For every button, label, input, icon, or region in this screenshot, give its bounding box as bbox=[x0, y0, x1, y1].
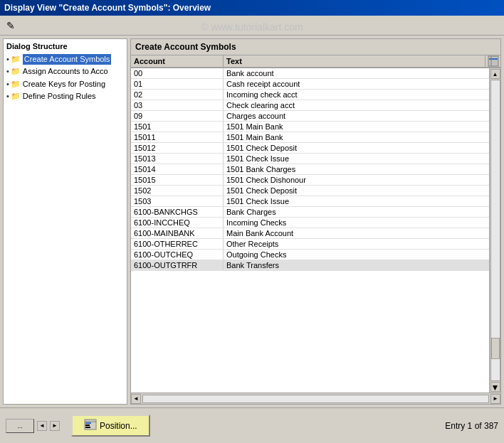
cell-text: 1501 Check Issue bbox=[224, 196, 489, 206]
folder-icon: 📁 bbox=[11, 66, 21, 77]
cell-account: 6100-OUTGTRFR bbox=[131, 260, 224, 270]
cell-account: 00 bbox=[131, 68, 224, 78]
cell-text: 1501 Check Issue bbox=[224, 154, 489, 164]
sidebar-item-create-keys[interactable]: • 📁 Create Keys for Posting bbox=[6, 78, 124, 90]
cell-text: 1501 Check Dishonour bbox=[224, 175, 489, 185]
h-scroll-track[interactable] bbox=[142, 395, 489, 403]
table-body-wrapper: 00Bank account01Cash receipt account02In… bbox=[131, 68, 500, 393]
cell-account: 6100-OTHERREC bbox=[131, 239, 224, 249]
entry-info: Entry 1 of 387 bbox=[445, 421, 498, 431]
svg-rect-6 bbox=[85, 425, 90, 426]
scroll-down-button[interactable]: ▼ bbox=[490, 382, 500, 392]
cell-account: 09 bbox=[131, 111, 224, 121]
cell-text: Incoming check acct bbox=[224, 90, 489, 100]
bullet-icon: • bbox=[6, 66, 9, 77]
cell-text: Charges account bbox=[224, 111, 489, 121]
cell-account: 02 bbox=[131, 90, 224, 100]
nav-right-button[interactable]: ► bbox=[50, 421, 60, 431]
nav-left-button[interactable]: ◄ bbox=[37, 421, 47, 431]
table-row[interactable]: 150141501 Bank Charges bbox=[131, 164, 489, 175]
scroll-right-button[interactable]: ► bbox=[490, 394, 500, 404]
cell-account: 6100-MAINBANK bbox=[131, 228, 224, 238]
horizontal-scrollbar[interactable]: ◄ ► bbox=[131, 393, 500, 404]
sidebar-item-label: Create Keys for Posting bbox=[23, 79, 105, 90]
table-row[interactable]: 150121501 Check Deposit bbox=[131, 143, 489, 154]
table-row[interactable]: 01Cash receipt account bbox=[131, 79, 489, 90]
folder-icon: 📁 bbox=[11, 54, 21, 65]
vertical-scrollbar[interactable]: ▲ ▼ bbox=[489, 68, 500, 393]
cell-account: 6100-INCCHEQ bbox=[131, 218, 224, 228]
svg-rect-1 bbox=[489, 58, 498, 60]
folder-icon: 📁 bbox=[11, 79, 21, 90]
scroll-up-button[interactable]: ▲ bbox=[490, 69, 500, 79]
column-header-account: Account bbox=[131, 55, 224, 67]
cell-account: 15014 bbox=[131, 164, 224, 174]
cell-text: Cash receipt account bbox=[224, 79, 489, 89]
table-row[interactable]: 02Incoming check acct bbox=[131, 90, 489, 100]
main-content: Dialog Structure • 📁 Create Account Symb… bbox=[0, 36, 504, 407]
table-row[interactable]: 150131501 Check Issue bbox=[131, 154, 489, 164]
folder-icon: 📁 bbox=[11, 91, 21, 102]
right-panel: Create Account Symbols Account Text 00Ba… bbox=[130, 38, 501, 405]
cell-account: 6100-BANKCHGS bbox=[131, 207, 224, 217]
table-body: 00Bank account01Cash receipt account02In… bbox=[131, 68, 489, 393]
scroll-track[interactable] bbox=[490, 80, 500, 381]
cell-text: Bank account bbox=[224, 68, 489, 78]
table-row[interactable]: 00Bank account bbox=[131, 68, 489, 79]
bottom-left-area: ... ◄ ► bbox=[6, 419, 60, 433]
table-settings-icon[interactable] bbox=[485, 55, 500, 67]
left-panel: Dialog Structure • 📁 Create Account Symb… bbox=[3, 38, 127, 405]
table-row[interactable]: 03Check clearing acct bbox=[131, 100, 489, 111]
table-row[interactable]: 15021501 Check Deposit bbox=[131, 186, 489, 196]
cell-text: Bank Transfers bbox=[224, 260, 489, 270]
cell-account: 15013 bbox=[131, 154, 224, 164]
scroll-left-button[interactable]: ◄ bbox=[131, 394, 141, 404]
table-container: Account Text 00Bank account01Cash receip… bbox=[131, 55, 500, 404]
sidebar-item-label: Define Posting Rules bbox=[23, 91, 96, 102]
table-row[interactable]: 6100-MAINBANKMain Bank Account bbox=[131, 228, 489, 239]
table-row[interactable]: 15011501 Main Bank bbox=[131, 122, 489, 132]
position-label: Position... bbox=[100, 421, 137, 431]
cell-text: 1501 Main Bank bbox=[224, 122, 489, 132]
cell-text: 1501 Bank Charges bbox=[224, 164, 489, 174]
sidebar-item-label: Assign Accounts to Acco bbox=[23, 66, 108, 77]
toolbar: ✎ bbox=[0, 16, 504, 36]
table-row[interactable]: 150111501 Main Bank bbox=[131, 132, 489, 143]
cell-text: 1501 Check Deposit bbox=[224, 143, 489, 153]
table-row[interactable]: 150151501 Check Dishonour bbox=[131, 175, 489, 186]
cell-text: Incoming Checks bbox=[224, 218, 489, 228]
edit-icon[interactable]: ✎ bbox=[3, 18, 19, 33]
table-row[interactable]: 6100-OUTGTRFRBank Transfers bbox=[131, 260, 489, 271]
svg-rect-0 bbox=[488, 56, 498, 66]
title-text: Display View "Create Account Symbols": O… bbox=[4, 3, 211, 13]
small-nav-button[interactable]: ... bbox=[6, 419, 34, 433]
cell-text: Other Receipts bbox=[224, 239, 489, 249]
table-header: Account Text bbox=[131, 55, 500, 68]
left-panel-title: Dialog Structure bbox=[6, 42, 124, 50]
svg-rect-5 bbox=[85, 422, 91, 424]
table-row[interactable]: 6100-INCCHEQIncoming Checks bbox=[131, 218, 489, 228]
cell-account: 1502 bbox=[131, 186, 224, 196]
scroll-thumb[interactable] bbox=[491, 338, 500, 359]
cell-account: 01 bbox=[131, 79, 224, 89]
cell-text: 1501 Check Deposit bbox=[224, 186, 489, 196]
cell-text: Main Bank Account bbox=[224, 228, 489, 238]
right-panel-title: Create Account Symbols bbox=[131, 39, 500, 55]
position-button[interactable]: Position... bbox=[71, 415, 150, 437]
table-row[interactable]: 15031501 Check Issue bbox=[131, 196, 489, 207]
bottom-bar: ... ◄ ► Position... Entry 1 of 387 bbox=[0, 407, 504, 443]
cell-text: Outgoing Checks bbox=[224, 250, 489, 260]
cell-text: Check clearing acct bbox=[224, 100, 489, 110]
title-bar: Display View "Create Account Symbols": O… bbox=[0, 0, 504, 16]
sidebar-item-create-account-symbols[interactable]: • 📁 Create Account Symbols bbox=[6, 53, 124, 65]
cell-account: 1503 bbox=[131, 196, 224, 206]
table-row[interactable]: 6100-OTHERRECOther Receipts bbox=[131, 239, 489, 250]
cell-account: 15015 bbox=[131, 175, 224, 185]
table-row[interactable]: 6100-BANKCHGSBank Charges bbox=[131, 207, 489, 218]
table-row[interactable]: 09Charges account bbox=[131, 111, 489, 122]
cell-text: Bank Charges bbox=[224, 207, 489, 217]
table-row[interactable]: 6100-OUTCHEQOutgoing Checks bbox=[131, 250, 489, 260]
cell-text: 1501 Main Bank bbox=[224, 132, 489, 142]
sidebar-item-define-posting[interactable]: • 📁 Define Posting Rules bbox=[6, 90, 124, 102]
sidebar-item-assign-accounts[interactable]: • 📁 Assign Accounts to Acco bbox=[6, 65, 124, 78]
